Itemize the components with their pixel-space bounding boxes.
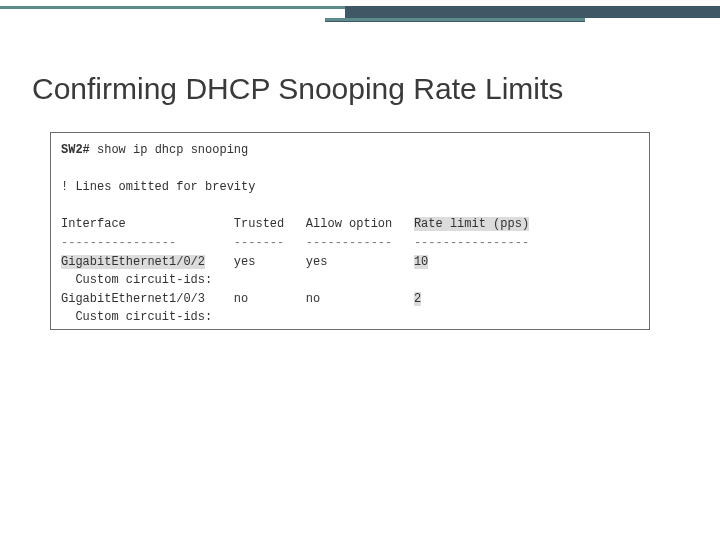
cli-output-panel: SW2# show ip dhcp snooping ! Lines omitt… bbox=[50, 132, 650, 330]
accent-bar bbox=[345, 6, 720, 18]
accent-bar bbox=[0, 6, 345, 9]
accent-bar bbox=[325, 21, 585, 22]
slide: Confirming DHCP Snooping Rate Limits SW2… bbox=[0, 0, 720, 540]
top-accent-bars bbox=[0, 0, 720, 40]
cli-output: SW2# show ip dhcp snooping ! Lines omitt… bbox=[61, 141, 639, 327]
slide-title: Confirming DHCP Snooping Rate Limits bbox=[32, 72, 688, 106]
cli-prompt: SW2# bbox=[61, 143, 97, 157]
